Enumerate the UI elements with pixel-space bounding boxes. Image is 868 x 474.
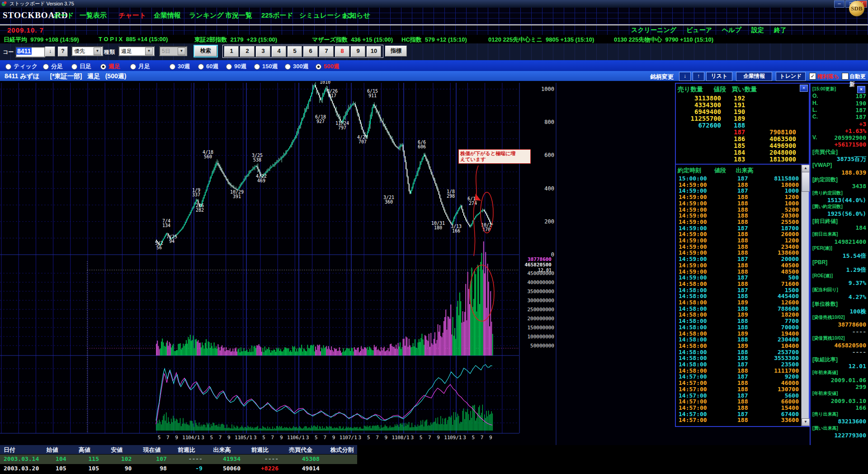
svg-text:50000000: 50000000 — [530, 343, 554, 349]
menu-item-4[interactable]: ランキング — [189, 11, 224, 20]
table-header: 安値 — [107, 445, 139, 454]
minimize-button[interactable]: ─ — [834, 0, 844, 8]
rights-checkbox[interactable]: ✓ — [809, 73, 816, 80]
table-cell: -9 — [173, 464, 209, 474]
auto-update-checkbox[interactable] — [842, 73, 849, 80]
page-button-2[interactable]: 2 — [240, 46, 255, 57]
chevron-down-icon: ▼ — [94, 47, 101, 55]
utility-menu-item-0[interactable]: スクリーニング — [631, 26, 676, 34]
page-button-4[interactable]: 4 — [272, 46, 286, 57]
list-button[interactable]: リスト — [706, 72, 732, 81]
radio-label: 60週 — [206, 62, 218, 71]
page-button-6[interactable]: 6 — [303, 46, 318, 57]
scroll-thumb[interactable] — [802, 172, 810, 192]
svg-text:11: 11 — [444, 435, 450, 441]
period-radio-150週[interactable]: 150週 — [254, 62, 278, 71]
svg-text:12.01: 12.01 — [538, 268, 552, 273]
toolbar: コード 8411 ↓ ? 優先▼ 種類 週足▼ 5日▼ 検索 123456789… — [0, 43, 868, 60]
page-button-7[interactable]: 7 — [319, 46, 334, 57]
priority-select[interactable]: 優先▼ — [71, 46, 103, 56]
page-button-8[interactable]: 8 — [335, 46, 349, 57]
page-button-5[interactable]: 5 — [288, 46, 302, 57]
table-cell: 105 — [40, 464, 72, 474]
page-button-9[interactable]: 9 — [351, 46, 365, 57]
trend-button[interactable]: トレンド — [776, 72, 806, 81]
svg-text:7: 7 — [481, 435, 484, 441]
indicator-button[interactable]: 指標 — [385, 46, 407, 57]
page-button-3[interactable]: 3 — [256, 46, 270, 57]
svg-text:06/1: 06/1 — [293, 435, 305, 441]
table-header: 日付 — [0, 445, 43, 454]
menu-item-3[interactable]: 企業情報 — [154, 11, 181, 20]
svg-text:7: 7 — [166, 435, 170, 441]
svg-text:3: 3 — [410, 435, 414, 441]
menu-item-2[interactable]: チャート — [118, 11, 146, 20]
period-radio-90週[interactable]: 90週 — [226, 62, 246, 71]
table-row[interactable]: 2003.03.201051059098-950060+822649014 — [0, 464, 357, 474]
table-header: 高値 — [75, 445, 107, 454]
stat-line: [貸借買残10/02] — [812, 335, 866, 341]
svg-text:4/22469: 4/22469 — [256, 174, 267, 183]
stat-value: 205992900 — [835, 134, 866, 141]
stat-line: V.205992900 — [812, 134, 866, 141]
page-button-10[interactable]: 10 — [367, 46, 381, 57]
utility-menu-item-4[interactable]: 終了 — [774, 26, 787, 34]
svg-text:5: 5 — [158, 435, 161, 441]
menu-item-5[interactable]: 市況一覧 — [225, 11, 252, 20]
company-info-button[interactable]: 企業情報 — [736, 72, 772, 81]
buy-qty: 4496900 — [769, 142, 796, 149]
period-select[interactable]: 週足▼ — [118, 46, 155, 56]
menu-item-0[interactable]: ボード — [53, 11, 74, 20]
svg-text:6/18927: 6/18927 — [315, 114, 326, 124]
period-radio-500週[interactable]: 500週 — [316, 62, 340, 71]
stat-label: [前日出来高] — [812, 231, 838, 237]
tick-scrollbar[interactable]: ▲ ▼ — [801, 165, 809, 426]
table-cell: 2003.03.20 — [0, 464, 40, 474]
sell-qty: 11255700 — [691, 115, 721, 122]
period-radio-30週[interactable]: 30週 — [170, 62, 190, 71]
period-radio-300週[interactable]: 300週 — [285, 62, 309, 71]
change-symbol-label[interactable]: 銘柄変更 — [650, 73, 674, 81]
table-row[interactable]: 2003.03.14104115102107----41934----45308 — [0, 455, 357, 464]
stat-label: [貸借買残10/02] — [812, 335, 845, 341]
help-button[interactable]: ? — [58, 47, 68, 57]
current-date: 2009.10. 7 — [7, 26, 44, 34]
period-radio-週足[interactable]: 週足 — [100, 62, 120, 71]
svg-text:09/1: 09/1 — [450, 435, 462, 441]
svg-text:300000000: 300000000 — [527, 298, 554, 303]
utility-menu-item-2[interactable]: ヘルプ — [722, 26, 741, 34]
radio-label: 300週 — [293, 62, 309, 71]
stat-line: 122779300 — [812, 432, 866, 439]
stat-value: ---- — [852, 349, 866, 356]
symbol-up-button[interactable]: ↑ — [693, 72, 704, 81]
period-radio-60週[interactable]: 60週 — [198, 62, 218, 71]
period-radio-ティック[interactable]: ティック — [5, 62, 38, 71]
symbol-down-button[interactable]: ↓ — [679, 72, 691, 81]
menu-item-1[interactable]: 一覧表示 — [80, 11, 107, 20]
type-label: 種類 — [104, 48, 115, 56]
period-radio-分足[interactable]: 分足 — [43, 62, 63, 71]
table-cell: ---- — [247, 455, 285, 464]
menu-item-8[interactable]: お知らせ — [343, 11, 370, 20]
scroll-down-icon[interactable]: ▼ — [802, 418, 810, 426]
info-bar: 8411 みずほ [*東証一部] 週足 (500週) 銘柄変更 ↓ ↑ リスト … — [0, 71, 868, 81]
stat-line: 3438 — [812, 183, 866, 190]
scroll-up-icon[interactable]: ▲ — [802, 165, 810, 172]
search-button[interactable]: 検索 — [194, 46, 217, 57]
radio-icon — [71, 64, 77, 70]
period-radio-日足[interactable]: 日足 — [71, 62, 91, 71]
symbol-info: 8411 みずほ [*東証一部] 週足 (500週) — [5, 72, 126, 81]
menu-item-6[interactable]: 225ボード — [261, 11, 293, 20]
stat-label: [年初来高値] — [812, 370, 838, 376]
code-input[interactable]: 8411 — [15, 47, 45, 57]
stat-label: [売り約定回数] — [812, 190, 843, 196]
radio-label: ティック — [14, 62, 38, 71]
period-radio-月足[interactable]: 月足 — [130, 62, 150, 71]
utility-menu-item-1[interactable]: ビューア — [686, 26, 712, 34]
utility-menu-item-3[interactable]: 設定 — [751, 26, 764, 34]
svg-text:7: 7 — [376, 435, 379, 441]
page-button-1[interactable]: 1 — [224, 46, 239, 57]
stat-value: +3 — [859, 121, 866, 128]
stat-label: [貸借売残10/02] — [812, 314, 845, 321]
code-down-button[interactable]: ↓ — [45, 47, 55, 57]
